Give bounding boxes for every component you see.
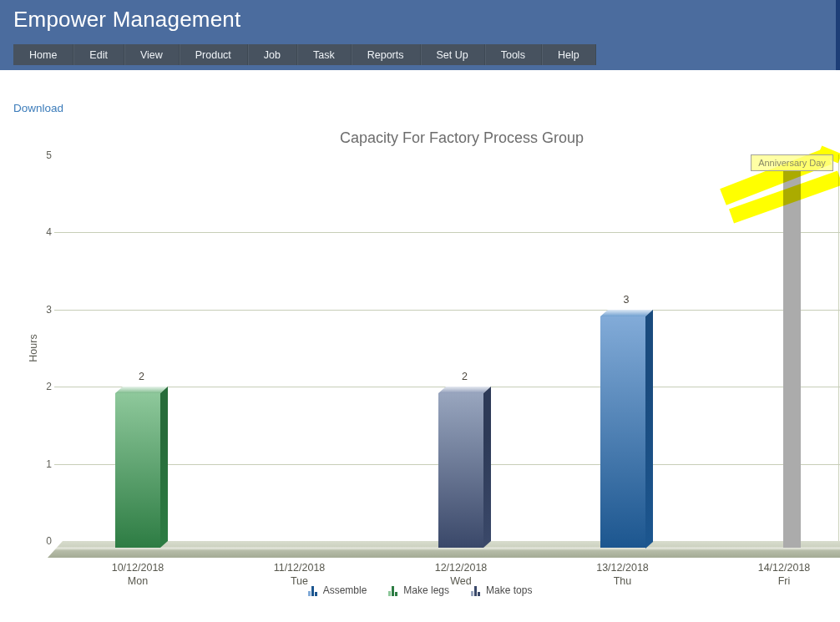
anniversary-day-label: Anniversary Day bbox=[751, 154, 833, 171]
chart-legend: AssembleMake legsMake tops bbox=[0, 584, 840, 596]
legend-item-make-legs[interactable]: Make legs bbox=[388, 584, 449, 596]
data-label-assemble-thu: 3 bbox=[610, 294, 643, 306]
legend-label: Make legs bbox=[403, 584, 449, 596]
y-tick-5: 5 bbox=[25, 149, 52, 162]
y-axis-title: Hours bbox=[28, 315, 39, 382]
y-tick-3: 3 bbox=[25, 303, 52, 316]
x-label-date-0: 10/12/2018 bbox=[83, 562, 192, 574]
bar-make-tops-wed bbox=[438, 393, 483, 548]
legend-bar-chart-icon-assemble bbox=[308, 585, 318, 596]
legend-label: Assemble bbox=[323, 584, 367, 596]
y-tick-4: 4 bbox=[25, 225, 52, 239]
y-tick-1: 1 bbox=[25, 458, 52, 471]
legend-bar-chart-icon-make-legs bbox=[388, 585, 398, 596]
bar-make-legs-mon bbox=[115, 393, 160, 548]
anniversary-marker-bar bbox=[783, 170, 801, 548]
x-label-date-3: 13/12/2018 bbox=[569, 562, 677, 574]
bar-side-assemble-thu bbox=[645, 310, 653, 548]
anniversary-highlight-arrow bbox=[715, 140, 840, 224]
legend-item-assemble[interactable]: Assemble bbox=[308, 584, 367, 596]
legend-item-make-tops[interactable]: Make tops bbox=[471, 584, 532, 596]
x-label-date-1: 11/12/2018 bbox=[245, 562, 354, 574]
bar-side-make-tops-wed bbox=[483, 387, 491, 548]
legend-label: Make tops bbox=[486, 584, 532, 596]
bar-top-assemble-thu bbox=[600, 310, 653, 316]
gridline-4 bbox=[54, 232, 840, 233]
y-tick-0: 0 bbox=[25, 534, 52, 548]
gridline-3 bbox=[54, 310, 840, 311]
x-label-date-4: 14/12/2018 bbox=[730, 562, 838, 574]
bar-side-make-legs-mon bbox=[160, 387, 168, 548]
y-tick-2: 2 bbox=[25, 380, 52, 393]
x-label-date-2: 12/12/2018 bbox=[407, 562, 515, 574]
bar-assemble-thu bbox=[600, 316, 645, 549]
capacity-chart: Capacity For Factory Process Group Hours… bbox=[0, 0, 840, 622]
data-label-make-legs-mon: 2 bbox=[125, 371, 159, 382]
data-label-make-tops-wed: 2 bbox=[448, 371, 482, 382]
legend-bar-chart-icon-make-tops bbox=[471, 585, 481, 596]
